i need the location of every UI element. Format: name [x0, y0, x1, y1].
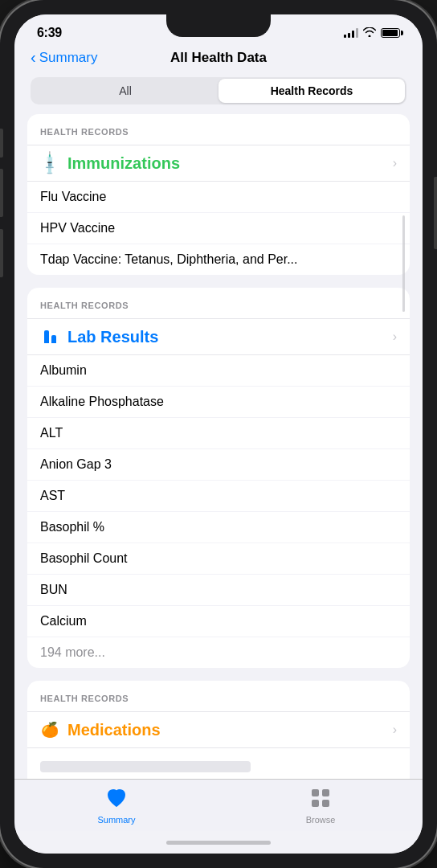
lab-icon [40, 327, 59, 346]
lab-results-more: 194 more... [27, 637, 410, 668]
heart-icon [105, 788, 128, 813]
back-label: Summary [39, 50, 98, 66]
browse-tab-label: Browse [306, 815, 336, 825]
signal-icon [344, 28, 358, 38]
nav-title: All Health Data [170, 50, 267, 66]
back-chevron-icon: ‹ [31, 48, 36, 67]
immunizations-title-row[interactable]: 💉 Immunizations › [27, 145, 410, 182]
list-item: BUN [27, 575, 410, 606]
medications-header: HEALTH RECORDS [27, 681, 410, 712]
nav-bar: ‹ Summary All Health Data [14, 47, 423, 74]
list-item: Albumin [27, 355, 410, 387]
list-item: Basophil % [27, 512, 410, 543]
health-records-label-2: HEALTH RECORDS [40, 301, 129, 310]
home-indicator [14, 831, 423, 854]
tab-summary[interactable]: Summary [14, 780, 218, 831]
svg-rect-0 [312, 789, 319, 796]
list-item: Basophil Count [27, 543, 410, 575]
list-item: Flu Vaccine [27, 182, 410, 213]
list-item: Calcium [27, 606, 410, 637]
lab-results-title: Lab Results [67, 328, 158, 346]
immunizations-card: HEALTH RECORDS 💉 Immunizations › Flu Vac… [27, 114, 410, 275]
segment-health-records[interactable]: Health Records [218, 79, 405, 103]
syringe-icon: 💉 [36, 149, 63, 177]
tab-browse[interactable]: Browse [218, 780, 423, 831]
list-item: Tdap Vaccine: Tetanus, Diphtheria, and P… [27, 244, 410, 275]
lab-results-title-row[interactable]: Lab Results › [27, 319, 410, 355]
immunizations-chevron-icon: › [393, 156, 397, 170]
wifi-icon [363, 27, 376, 39]
lab-results-chevron-icon: › [393, 330, 397, 344]
list-item: AST [27, 481, 410, 512]
immunizations-header: HEALTH RECORDS [27, 114, 410, 145]
medications-title-row[interactable]: 🍊 Medications › [27, 712, 410, 748]
medications-card: HEALTH RECORDS 🍊 Medications › [27, 681, 410, 779]
status-time: 6:39 [37, 26, 62, 40]
lab-results-title-left: Lab Results [40, 327, 158, 346]
svg-rect-3 [322, 800, 329, 807]
svg-rect-2 [312, 800, 319, 807]
lab-results-card: HEALTH RECORDS Lab Results › Al [27, 288, 410, 668]
browse-icon [310, 788, 331, 813]
medications-title-left: 🍊 Medications [40, 720, 161, 739]
medications-blurred-content [27, 748, 410, 779]
tab-bar: Summary Browse [14, 779, 423, 831]
medication-icon: 🍊 [40, 720, 59, 739]
status-icons [344, 27, 400, 39]
immunizations-title-left: 💉 Immunizations [40, 154, 180, 173]
medications-title: Medications [67, 721, 161, 739]
lab-results-header: HEALTH RECORDS [27, 288, 410, 319]
segment-all[interactable]: All [32, 79, 218, 103]
main-content: HEALTH RECORDS 💉 Immunizations › Flu Vac… [14, 114, 423, 779]
battery-icon [381, 28, 400, 38]
list-item: ALT [27, 418, 410, 449]
back-button[interactable]: ‹ Summary [31, 49, 97, 67]
health-records-label-3: HEALTH RECORDS [40, 694, 129, 703]
health-records-label-1: HEALTH RECORDS [40, 127, 129, 137]
immunizations-title: Immunizations [67, 154, 180, 173]
medications-chevron-icon: › [393, 723, 397, 737]
home-bar [166, 841, 271, 845]
summary-tab-label: Summary [97, 815, 135, 825]
list-item: Alkaline Phosphatase [27, 387, 410, 418]
scroll-indicator [402, 215, 405, 312]
svg-rect-1 [322, 789, 329, 796]
list-item: HPV Vaccine [27, 213, 410, 244]
list-item: Anion Gap 3 [27, 449, 410, 481]
segment-control: All Health Records [31, 77, 406, 104]
